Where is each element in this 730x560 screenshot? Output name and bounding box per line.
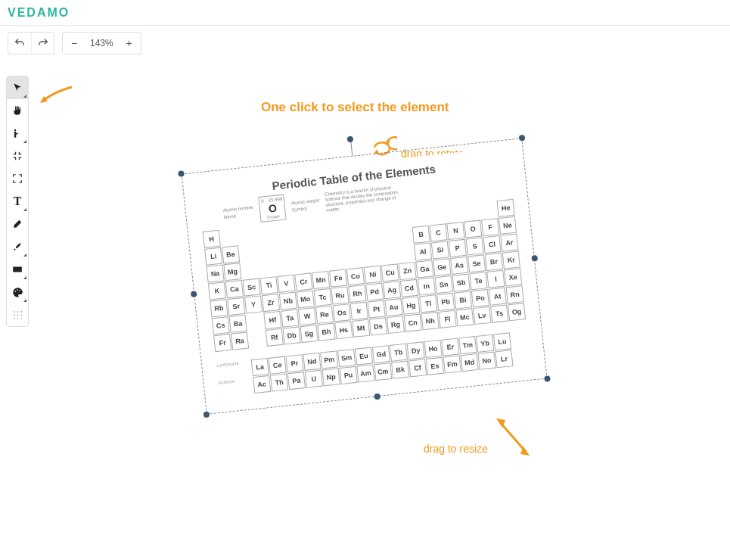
element-cell: Er bbox=[441, 338, 459, 356]
periodic-table-object[interactable]: Periodic Table of the Elements Atomic nu… bbox=[190, 146, 539, 406]
element-cell: Pt bbox=[368, 300, 386, 318]
element-cell: Bi bbox=[454, 291, 472, 309]
legend-name: Name bbox=[223, 211, 254, 219]
element-cell: Ge bbox=[433, 258, 451, 276]
lanthanide-label: Lanthanide bbox=[216, 361, 239, 368]
element-cell: Li bbox=[204, 247, 222, 266]
element-cell: Ar bbox=[500, 234, 518, 252]
element-cell: Hs bbox=[334, 321, 353, 339]
element-cell: Og bbox=[508, 303, 526, 321]
element-cell: Fe bbox=[329, 269, 347, 288]
element-cell: Lu bbox=[493, 332, 511, 350]
element-cell: P bbox=[449, 239, 467, 257]
element-cell: Ra bbox=[231, 332, 249, 350]
element-cell: Am bbox=[356, 364, 374, 382]
resize-handle-mr[interactable] bbox=[531, 255, 538, 262]
element-cell: Tm bbox=[458, 336, 477, 354]
element-cell: Ga bbox=[415, 260, 433, 278]
element-cell: Ts bbox=[490, 305, 508, 323]
element-cell: Ho bbox=[424, 340, 442, 358]
element-cell: Fm bbox=[443, 355, 461, 373]
resize-handle-tr[interactable] bbox=[519, 135, 526, 142]
element-cell: Pr bbox=[285, 354, 303, 372]
element-cell: Es bbox=[426, 357, 444, 375]
element-cell: Os bbox=[333, 303, 351, 322]
element-cell: B bbox=[412, 226, 430, 244]
element-cell: Al bbox=[414, 243, 432, 261]
rotation-handle[interactable] bbox=[346, 136, 353, 143]
brand-logo: VEDAMO bbox=[8, 6, 70, 20]
element-cell: Zr bbox=[262, 294, 280, 312]
element-cell: Co bbox=[346, 267, 365, 285]
element-cell: Sr bbox=[227, 297, 245, 316]
element-cell: K bbox=[208, 282, 226, 300]
element-cell: F bbox=[481, 218, 499, 236]
resize-handle-bl[interactable] bbox=[203, 411, 210, 418]
element-cell: Cl bbox=[483, 235, 501, 254]
element-cell: Ag bbox=[383, 281, 401, 299]
element-cell: Rn bbox=[506, 285, 524, 303]
element-cell: Ac bbox=[253, 375, 271, 394]
actinide-label: Actinide bbox=[218, 379, 235, 385]
element-cell: Nb bbox=[279, 292, 297, 310]
element-cell: Fl bbox=[438, 310, 456, 328]
element-cell: Sg bbox=[300, 325, 318, 343]
element-cell: Ce bbox=[269, 356, 287, 374]
redo-button[interactable] bbox=[31, 33, 54, 54]
element-cell: U bbox=[305, 369, 323, 387]
element-cell: Fr bbox=[213, 334, 231, 352]
element-cell: Mn bbox=[312, 271, 330, 289]
zoom-in-button[interactable]: + bbox=[118, 33, 141, 54]
selection-box[interactable]: Periodic Table of the Elements Atomic nu… bbox=[182, 138, 548, 415]
element-cell: Xe bbox=[504, 268, 522, 286]
element-cell: Sc bbox=[243, 278, 261, 297]
element-cell: Tb bbox=[390, 344, 408, 362]
minus-icon: − bbox=[71, 37, 77, 49]
resize-handle-br[interactable] bbox=[544, 375, 551, 382]
element-cell: Sb bbox=[452, 274, 471, 292]
element-cell: Md bbox=[461, 353, 479, 372]
element-cell: Po bbox=[471, 289, 489, 307]
element-cell: Ir bbox=[350, 302, 368, 320]
element-cell: Th bbox=[270, 373, 288, 391]
element-cell: N bbox=[446, 222, 464, 240]
element-cell: Sn bbox=[435, 275, 453, 294]
element-cell: Rg bbox=[387, 316, 405, 334]
element-cell: Db bbox=[283, 326, 301, 344]
zoom-out-button[interactable]: − bbox=[63, 33, 85, 54]
element-cell: La bbox=[251, 358, 269, 376]
element-cell: W bbox=[298, 307, 316, 325]
element-cell: Bh bbox=[317, 323, 335, 341]
element-cell: Ne bbox=[499, 216, 517, 235]
element-cell: Mg bbox=[223, 263, 241, 281]
element-cell: Rh bbox=[348, 285, 366, 303]
element-cell: In bbox=[418, 277, 436, 295]
legend-atomic-weight: Atomic weight bbox=[290, 198, 319, 205]
element-cell: Hg bbox=[402, 297, 420, 315]
resize-handle-bc[interactable] bbox=[374, 394, 381, 400]
element-cell: Gd bbox=[372, 345, 390, 363]
resize-arrow-icon bbox=[494, 416, 532, 458]
element-cell: Yb bbox=[476, 334, 494, 353]
element-cell: V bbox=[277, 275, 295, 293]
element-cell: Pm bbox=[320, 350, 338, 369]
element-cell: He bbox=[497, 199, 515, 217]
app-header: VEDAMO bbox=[0, 0, 730, 26]
element-cell: Re bbox=[315, 306, 334, 324]
element-cell: Br bbox=[485, 253, 503, 271]
element-cell: Cm bbox=[374, 362, 392, 381]
element-cell: I bbox=[486, 270, 505, 288]
zoom-group: − 143% + bbox=[62, 32, 141, 54]
element-cell: Kr bbox=[502, 250, 520, 269]
top-controls: − 143% + bbox=[0, 26, 730, 61]
undo-button[interactable] bbox=[8, 33, 31, 54]
history-group bbox=[8, 32, 54, 54]
plus-icon: + bbox=[126, 37, 132, 49]
annotation-resize: drag to resize bbox=[424, 443, 488, 455]
element-cell: Zn bbox=[398, 262, 416, 280]
canvas-area[interactable]: One click to select the element drag to … bbox=[0, 61, 730, 560]
element-cell: Cs bbox=[212, 316, 230, 334]
element-cell: C bbox=[429, 223, 447, 241]
element-cell: Cu bbox=[381, 263, 399, 282]
element-cell: Hf bbox=[263, 311, 281, 329]
